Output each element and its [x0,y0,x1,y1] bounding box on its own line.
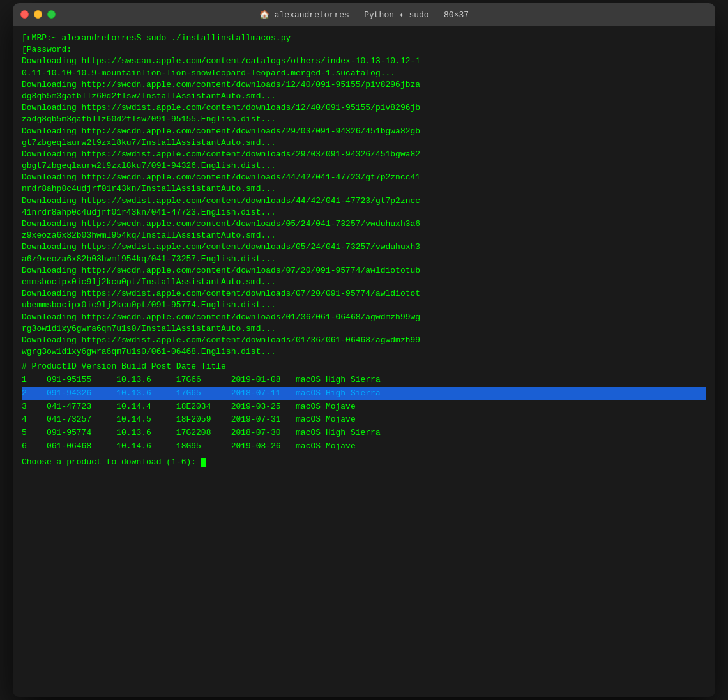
download-line-26: wgrg3ow1d1xy6gwra6qm7u1s0/061-06468.Engl… [22,346,706,358]
download-line-1: Downloading https://swscan.apple.com/con… [22,56,706,67]
table-row: 5 091-95774 10.13.6 17G2208 2018-07-30 m… [22,427,706,440]
titlebar: 🏠 alexandretorres — Python ✦ sudo — 80×3… [13,3,715,26]
command-prompt: [rMBP:~ alexandretorres$ sudo ./installi… [22,33,706,44]
product-table: # ProductID Version Build Post Date Titl… [22,360,706,453]
cursor [201,458,206,467]
download-line-19: Downloading http://swcdn.apple.com/conte… [22,265,706,277]
maximize-button[interactable] [47,10,56,19]
download-line-6: zadg8qb5m3gatbllz60d2flsw/091-95155.Engl… [22,114,706,125]
table-row: 1 091-95155 10.13.6 17G66 2019-01-08 mac… [22,374,706,387]
table-row: 6 061-06468 10.14.6 18G95 2019-08-26 mac… [22,440,706,453]
download-line-16: z9xeoza6x82b03hwml954kq/InstallAssistant… [22,230,706,241]
choose-prompt-text: Choose a product to download (1-6): [22,457,201,467]
traffic-lights [20,10,56,19]
download-line-5: Downloading https://swdist.apple.com/con… [22,102,706,114]
close-button[interactable] [20,10,29,19]
download-line-23: Downloading http://swcdn.apple.com/conte… [22,312,706,323]
download-line-20: emmsbocipx0ic9lj2kcu0pt/InstallAssistant… [22,277,706,288]
download-line-24: rg3ow1d1xy6gwra6qm7u1s0/InstallAssistant… [22,323,706,335]
download-line-3: Downloading http://swcdn.apple.com/conte… [22,79,706,91]
download-line-17: Downloading https://swdist.apple.com/con… [22,241,706,253]
download-line-21: Downloading https://swdist.apple.com/con… [22,288,706,300]
table-row: 3 041-47723 10.14.4 18E2034 2019-03-25 m… [22,400,706,414]
terminal-body[interactable]: [rMBP:~ alexandretorres$ sudo ./installi… [13,26,715,697]
minimize-button[interactable] [34,10,42,19]
download-line-22: ubemmsbocipx0ic9lj2kcu0pt/091-95774.Engl… [22,300,706,311]
download-line-7: Downloading http://swcdn.apple.com/conte… [22,126,706,137]
download-line-9: Downloading https://swdist.apple.com/con… [22,149,706,160]
download-line-12: nrdr8ahp0c4udjrf01r43kn/InstallAssistant… [22,183,706,195]
download-line-11: Downloading http://swcdn.apple.com/conte… [22,172,706,183]
download-line-15: Downloading http://swcdn.apple.com/conte… [22,218,706,230]
choose-prompt-line[interactable]: Choose a product to download (1-6): [22,456,706,469]
download-line-14: 41nrdr8ahp0c4udjrf01r43kn/041-47723.Engl… [22,207,706,218]
table-header: # ProductID Version Build Post Date Titl… [22,360,706,374]
download-line-8: gt7zbgeqlaurw2t9zxl8ku7/InstallAssistant… [22,137,706,149]
download-line-10: gbgt7zbgeqlaurw2t9zxl8ku7/091-94326.Engl… [22,160,706,172]
download-line-13: Downloading https://swdist.apple.com/con… [22,195,706,207]
download-line-2: 0.11-10.10-10.9-mountainlion-lion-snowle… [22,68,706,79]
download-line-25: Downloading https://swdist.apple.com/con… [22,335,706,346]
download-output: Downloading https://swscan.apple.com/con… [22,56,706,358]
table-rows: 1 091-95155 10.13.6 17G66 2019-01-08 mac… [22,374,706,453]
download-line-18: a6z9xeoza6x82b03hwml954kq/041-73257.Engl… [22,254,706,265]
password-line: [Password: [22,44,706,56]
window-title: 🏠 alexandretorres — Python ✦ sudo — 80×3… [259,10,469,20]
terminal-window: 🏠 alexandretorres — Python ✦ sudo — 80×3… [13,3,715,697]
table-row: 2 091-94326 10.13.6 17G65 2018-07-11 mac… [22,387,706,400]
table-row: 4 041-73257 10.14.5 18F2059 2019-07-31 m… [22,413,706,427]
download-line-4: dg8qb5m3gatbllz60d2flsw/InstallAssistant… [22,91,706,102]
titlebar-icon: 🏠 [259,10,275,20]
